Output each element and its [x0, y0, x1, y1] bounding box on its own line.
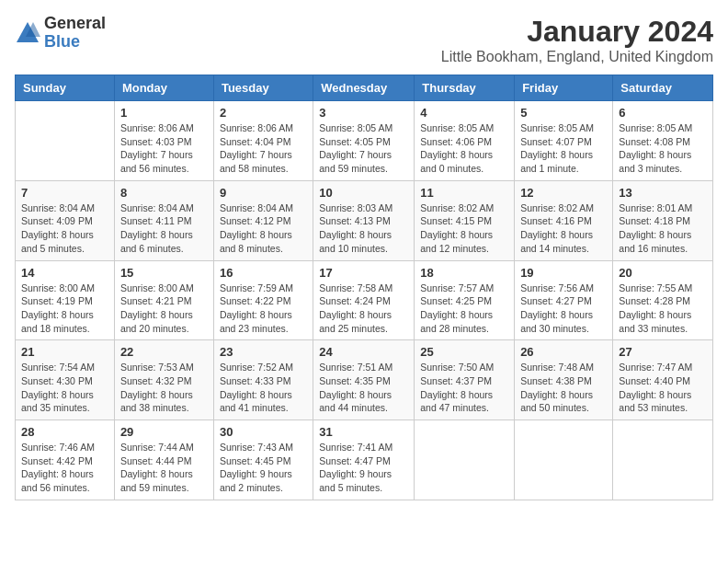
- day-detail: Sunrise: 7:54 AMSunset: 4:30 PMDaylight:…: [21, 361, 108, 415]
- day-number: 4: [420, 106, 508, 120]
- day-cell: 20Sunrise: 7:55 AMSunset: 4:28 PMDayligh…: [613, 260, 713, 340]
- day-cell: 27Sunrise: 7:47 AMSunset: 4:40 PMDayligh…: [613, 340, 713, 420]
- day-detail: Sunrise: 8:05 AMSunset: 4:05 PMDaylight:…: [319, 121, 408, 176]
- day-detail: Sunrise: 7:43 AMSunset: 4:45 PMDaylight:…: [220, 441, 307, 495]
- day-detail: Sunrise: 7:41 AMSunset: 4:47 PMDaylight:…: [319, 441, 408, 495]
- day-detail: Sunrise: 7:51 AMSunset: 4:35 PMDaylight:…: [319, 361, 408, 415]
- day-number: 3: [319, 106, 408, 120]
- logo: General Blue: [15, 15, 106, 52]
- day-cell: 1Sunrise: 8:06 AMSunset: 4:03 PMDaylight…: [114, 101, 213, 181]
- day-number: 18: [420, 266, 508, 280]
- day-number: 11: [420, 186, 508, 200]
- day-cell: 11Sunrise: 8:02 AMSunset: 4:15 PMDayligh…: [415, 180, 515, 260]
- day-cell: [613, 420, 713, 500]
- day-number: 12: [520, 186, 607, 200]
- day-cell: 3Sunrise: 8:05 AMSunset: 4:05 PMDaylight…: [313, 101, 415, 181]
- day-number: 15: [120, 266, 208, 280]
- day-cell: 8Sunrise: 8:04 AMSunset: 4:11 PMDaylight…: [114, 180, 213, 260]
- header-monday: Monday: [114, 75, 213, 101]
- day-detail: Sunrise: 8:02 AMSunset: 4:16 PMDaylight:…: [520, 201, 607, 256]
- day-cell: 10Sunrise: 8:03 AMSunset: 4:13 PMDayligh…: [313, 180, 415, 260]
- day-cell: 28Sunrise: 7:46 AMSunset: 4:42 PMDayligh…: [16, 420, 115, 500]
- day-cell: 19Sunrise: 7:56 AMSunset: 4:27 PMDayligh…: [515, 260, 613, 340]
- day-number: 14: [21, 266, 108, 280]
- day-cell: 12Sunrise: 8:02 AMSunset: 4:16 PMDayligh…: [515, 180, 613, 260]
- day-number: 19: [520, 266, 607, 280]
- week-row-5: 28Sunrise: 7:46 AMSunset: 4:42 PMDayligh…: [16, 420, 713, 500]
- day-detail: Sunrise: 8:02 AMSunset: 4:15 PMDaylight:…: [420, 201, 508, 256]
- day-cell: 9Sunrise: 8:04 AMSunset: 4:12 PMDaylight…: [213, 180, 313, 260]
- logo-blue-text: Blue: [44, 33, 106, 52]
- day-number: 6: [619, 106, 707, 120]
- day-cell: 16Sunrise: 7:59 AMSunset: 4:22 PMDayligh…: [213, 260, 313, 340]
- calendar-header-row: SundayMondayTuesdayWednesdayThursdayFrid…: [16, 75, 713, 101]
- day-detail: Sunrise: 8:01 AMSunset: 4:18 PMDaylight:…: [619, 201, 707, 256]
- day-cell: 4Sunrise: 8:05 AMSunset: 4:06 PMDaylight…: [415, 101, 515, 181]
- day-detail: Sunrise: 7:57 AMSunset: 4:25 PMDaylight:…: [420, 282, 508, 336]
- calendar-body: 1Sunrise: 8:06 AMSunset: 4:03 PMDaylight…: [16, 101, 713, 500]
- day-cell: 5Sunrise: 8:05 AMSunset: 4:07 PMDaylight…: [515, 101, 613, 181]
- header-friday: Friday: [515, 75, 613, 101]
- day-detail: Sunrise: 7:50 AMSunset: 4:37 PMDaylight:…: [420, 361, 508, 415]
- day-number: 1: [120, 106, 208, 120]
- day-cell: 21Sunrise: 7:54 AMSunset: 4:30 PMDayligh…: [16, 340, 115, 420]
- day-detail: Sunrise: 7:55 AMSunset: 4:28 PMDaylight:…: [619, 282, 707, 336]
- day-cell: [515, 420, 613, 500]
- day-cell: 23Sunrise: 7:52 AMSunset: 4:33 PMDayligh…: [213, 340, 313, 420]
- day-cell: 6Sunrise: 8:05 AMSunset: 4:08 PMDaylight…: [613, 101, 713, 181]
- day-cell: 22Sunrise: 7:53 AMSunset: 4:32 PMDayligh…: [114, 340, 213, 420]
- day-number: 17: [319, 266, 408, 280]
- day-detail: Sunrise: 7:53 AMSunset: 4:32 PMDaylight:…: [120, 361, 208, 415]
- day-detail: Sunrise: 8:00 AMSunset: 4:19 PMDaylight:…: [21, 282, 108, 336]
- day-detail: Sunrise: 7:48 AMSunset: 4:38 PMDaylight:…: [520, 361, 607, 415]
- day-cell: 7Sunrise: 8:04 AMSunset: 4:09 PMDaylight…: [16, 180, 115, 260]
- day-cell: 29Sunrise: 7:44 AMSunset: 4:44 PMDayligh…: [114, 420, 213, 500]
- day-cell: [16, 101, 115, 181]
- day-cell: 24Sunrise: 7:51 AMSunset: 4:35 PMDayligh…: [313, 340, 415, 420]
- header-thursday: Thursday: [415, 75, 515, 101]
- day-number: 16: [220, 266, 307, 280]
- day-cell: [415, 420, 515, 500]
- day-detail: Sunrise: 8:05 AMSunset: 4:06 PMDaylight:…: [420, 121, 508, 176]
- day-cell: 26Sunrise: 7:48 AMSunset: 4:38 PMDayligh…: [515, 340, 613, 420]
- day-cell: 17Sunrise: 7:58 AMSunset: 4:24 PMDayligh…: [313, 260, 415, 340]
- day-detail: Sunrise: 8:04 AMSunset: 4:11 PMDaylight:…: [120, 201, 208, 256]
- title-area: January 2024 Little Bookham, England, Un…: [441, 15, 713, 65]
- header-wednesday: Wednesday: [313, 75, 415, 101]
- day-detail: Sunrise: 8:03 AMSunset: 4:13 PMDaylight:…: [319, 201, 408, 256]
- week-row-3: 14Sunrise: 8:00 AMSunset: 4:19 PMDayligh…: [16, 260, 713, 340]
- day-number: 23: [220, 345, 307, 359]
- day-detail: Sunrise: 8:06 AMSunset: 4:03 PMDaylight:…: [120, 121, 208, 176]
- day-number: 22: [120, 345, 208, 359]
- header-tuesday: Tuesday: [213, 75, 313, 101]
- day-number: 27: [619, 345, 707, 359]
- day-number: 26: [520, 345, 607, 359]
- day-number: 8: [120, 186, 208, 200]
- day-cell: 18Sunrise: 7:57 AMSunset: 4:25 PMDayligh…: [415, 260, 515, 340]
- day-number: 25: [420, 345, 508, 359]
- day-detail: Sunrise: 7:46 AMSunset: 4:42 PMDaylight:…: [21, 441, 108, 495]
- logo-icon: [15, 20, 40, 46]
- logo-general-text: General: [44, 15, 106, 33]
- day-cell: 30Sunrise: 7:43 AMSunset: 4:45 PMDayligh…: [213, 420, 313, 500]
- day-number: 2: [220, 106, 307, 120]
- day-detail: Sunrise: 7:52 AMSunset: 4:33 PMDaylight:…: [220, 361, 307, 415]
- day-detail: Sunrise: 7:58 AMSunset: 4:24 PMDaylight:…: [319, 282, 408, 336]
- day-detail: Sunrise: 8:00 AMSunset: 4:21 PMDaylight:…: [120, 282, 208, 336]
- day-number: 28: [21, 425, 108, 439]
- day-number: 5: [520, 106, 607, 120]
- day-number: 9: [220, 186, 307, 200]
- day-number: 24: [319, 345, 408, 359]
- day-detail: Sunrise: 7:56 AMSunset: 4:27 PMDaylight:…: [520, 282, 607, 336]
- day-number: 20: [619, 266, 707, 280]
- page-header: General Blue January 2024 Little Bookham…: [15, 15, 713, 65]
- day-detail: Sunrise: 8:06 AMSunset: 4:04 PMDaylight:…: [220, 121, 307, 176]
- day-cell: 13Sunrise: 8:01 AMSunset: 4:18 PMDayligh…: [613, 180, 713, 260]
- day-detail: Sunrise: 8:05 AMSunset: 4:07 PMDaylight:…: [520, 121, 607, 176]
- month-title: January 2024: [441, 15, 713, 49]
- day-number: 7: [21, 186, 108, 200]
- day-cell: 14Sunrise: 8:00 AMSunset: 4:19 PMDayligh…: [16, 260, 115, 340]
- day-cell: 2Sunrise: 8:06 AMSunset: 4:04 PMDaylight…: [213, 101, 313, 181]
- week-row-4: 21Sunrise: 7:54 AMSunset: 4:30 PMDayligh…: [16, 340, 713, 420]
- week-row-2: 7Sunrise: 8:04 AMSunset: 4:09 PMDaylight…: [16, 180, 713, 260]
